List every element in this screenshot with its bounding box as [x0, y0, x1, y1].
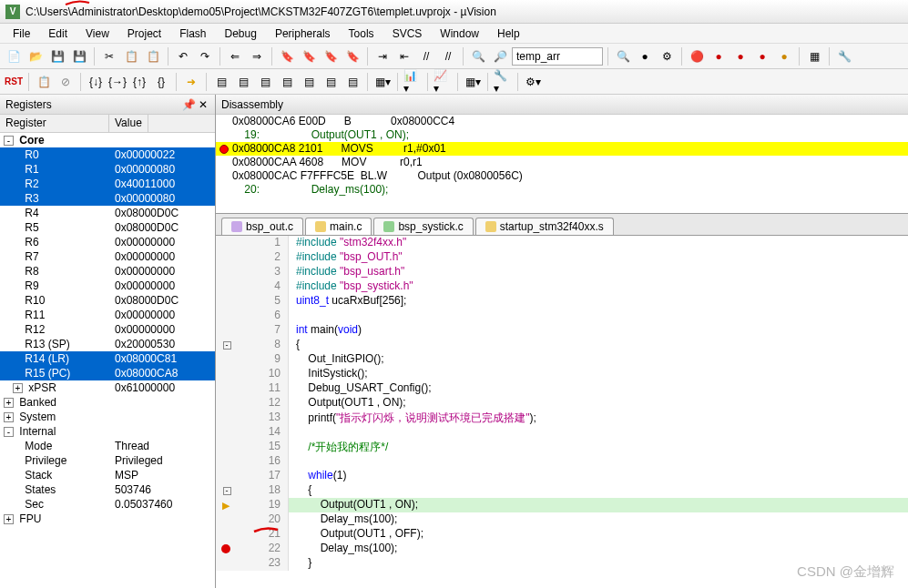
stop-icon[interactable]: ●: [730, 46, 750, 66]
breakpoint-icon[interactable]: [221, 544, 230, 553]
redo-icon[interactable]: ↷: [195, 46, 215, 66]
debug-icon[interactable]: 🔍: [613, 46, 633, 66]
editor-line[interactable]: 7int main(void): [216, 323, 908, 338]
disasm-line[interactable]: 0x08000CAA 4608 MOV r0,r1: [216, 156, 908, 169]
panel-pin-icon[interactable]: 📌: [182, 98, 195, 111]
register-row[interactable]: ModeThread: [0, 439, 215, 453]
register-row[interactable]: R70x00000000: [0, 249, 215, 264]
copy-icon[interactable]: 📋: [121, 46, 141, 66]
save-icon[interactable]: 💾: [47, 46, 67, 66]
gutter[interactable]: ▶: [216, 498, 236, 512]
editor-line[interactable]: 21 Output(OUT1 , OFF);: [216, 527, 908, 542]
gutter[interactable]: [216, 236, 236, 250]
register-row[interactable]: + FPU: [0, 512, 215, 526]
menu-flash[interactable]: Flash: [170, 25, 215, 42]
run-to-cursor-icon[interactable]: 📋: [34, 72, 54, 92]
cut-icon[interactable]: ✂: [99, 46, 119, 66]
gutter[interactable]: [216, 396, 236, 411]
register-row[interactable]: R00x00000022: [0, 147, 215, 162]
menu-tools[interactable]: Tools: [340, 25, 383, 42]
editor-line[interactable]: 16: [216, 454, 908, 469]
editor-line[interactable]: 3#include "bsp_usart.h": [216, 265, 908, 279]
disassembly-body[interactable]: 0x08000CA6 E00D B 0x08000CC4 19: Output(…: [216, 115, 908, 213]
analysis-window-icon[interactable]: 📊▾: [403, 72, 423, 92]
code-text[interactable]: uint8_t ucaRxBuf[256];: [289, 294, 406, 309]
menu-project[interactable]: Project: [118, 25, 170, 42]
tab-main-c[interactable]: main.c: [305, 218, 372, 235]
register-row[interactable]: R60x00000000: [0, 235, 215, 249]
menu-help[interactable]: Help: [488, 25, 529, 42]
registers-window-icon[interactable]: ▤: [277, 72, 297, 92]
register-row[interactable]: R30x00000080: [0, 191, 215, 206]
register-row[interactable]: R40x08000D0C: [0, 206, 215, 220]
comment-icon[interactable]: //: [416, 46, 436, 66]
watch-window-icon[interactable]: ▤: [321, 72, 341, 92]
code-text[interactable]: Output(OUT1 , OFF);: [289, 527, 423, 542]
tab-bsp_out-c[interactable]: bsp_out.c: [221, 218, 303, 235]
register-row[interactable]: R90x00000000: [0, 279, 215, 293]
code-text[interactable]: printf("指示灯闪烁，说明测试环境已完成搭建");: [289, 411, 536, 425]
reset-icon[interactable]: ●: [752, 46, 772, 66]
code-text[interactable]: #include "stm32f4xx.h": [289, 236, 406, 250]
gutter[interactable]: [216, 309, 236, 323]
bookmark-icon[interactable]: 🔖: [277, 46, 297, 66]
find-icon[interactable]: 🔍: [468, 46, 488, 66]
register-row[interactable]: R20x40011000: [0, 177, 215, 191]
code-text[interactable]: #include "bsp_systick.h": [289, 279, 413, 294]
disasm-line[interactable]: 0x08000CAC F7FFFC5E BL.W Output (0x08000…: [216, 169, 908, 183]
trace-window-icon[interactable]: 📈▾: [433, 72, 453, 92]
show-next-icon[interactable]: ➜: [181, 72, 201, 92]
editor-line[interactable]: 5uint8_t ucaRxBuf[256];: [216, 294, 908, 309]
step-icon[interactable]: ●: [774, 46, 794, 66]
register-row[interactable]: + System: [0, 410, 215, 424]
new-file-icon[interactable]: 📄: [4, 46, 24, 66]
menu-file[interactable]: File: [4, 25, 39, 42]
gutter[interactable]: [216, 527, 236, 542]
breakpoint-icon[interactable]: ●: [635, 46, 655, 66]
register-row[interactable]: R80x00000000: [0, 264, 215, 279]
debug-start-icon[interactable]: 🔴: [687, 46, 707, 66]
gutter[interactable]: -: [216, 338, 236, 352]
gutter[interactable]: [216, 323, 236, 338]
editor-line[interactable]: 13 printf("指示灯闪烁，说明测试环境已完成搭建");: [216, 411, 908, 425]
editor-line[interactable]: 17 while(1): [216, 469, 908, 483]
serial-window-icon[interactable]: ▦▾: [372, 72, 393, 92]
gutter[interactable]: [216, 279, 236, 294]
stop-debug-icon[interactable]: ⊘: [56, 72, 76, 92]
step-into-icon[interactable]: {↓}: [86, 72, 106, 92]
memory-window-icon[interactable]: ▤: [342, 72, 362, 92]
gutter[interactable]: [216, 542, 236, 556]
config-icon[interactable]: ⚙: [657, 46, 677, 66]
gutter[interactable]: [216, 367, 236, 381]
disasm-line[interactable]: 19: Output(OUT1 , ON);: [216, 128, 908, 142]
disasm-line[interactable]: 20: Delay_ms(100);: [216, 183, 908, 197]
code-text[interactable]: while(1): [289, 469, 346, 483]
register-row[interactable]: + xPSR0x61000000: [0, 380, 215, 395]
code-text[interactable]: [289, 454, 296, 469]
editor-line[interactable]: 9 Out_InitGPIO();: [216, 352, 908, 367]
register-row[interactable]: R13 (SP)0x20000530: [0, 337, 215, 351]
editor-line[interactable]: 10 InitSystick();: [216, 367, 908, 381]
register-row[interactable]: - Internal: [0, 424, 215, 439]
disasm-line[interactable]: 0x08000CA8 2101 MOVS r1,#0x01: [216, 142, 908, 156]
register-row[interactable]: R15 (PC)0x08000CA8: [0, 366, 215, 380]
register-row[interactable]: States503746: [0, 482, 215, 497]
editor-line[interactable]: 6: [216, 309, 908, 323]
code-text[interactable]: #include "bsp_OUT.h": [289, 250, 403, 265]
system-viewer-icon[interactable]: ▦▾: [463, 72, 483, 92]
menu-window[interactable]: Window: [431, 25, 488, 42]
register-row[interactable]: Sec0.05037460: [0, 497, 215, 512]
step-out-icon[interactable]: {↑}: [129, 72, 149, 92]
save-all-icon[interactable]: 💾: [69, 46, 89, 66]
menu-debug[interactable]: Debug: [216, 25, 266, 42]
options-icon[interactable]: 🔧: [834, 46, 854, 66]
gutter[interactable]: [216, 454, 236, 469]
disasm-window-icon[interactable]: ▤: [233, 72, 253, 92]
code-text[interactable]: {: [289, 338, 300, 352]
bookmark-prev-icon[interactable]: 🔖: [299, 46, 319, 66]
code-text[interactable]: {: [289, 483, 311, 498]
editor-line[interactable]: 20 Delay_ms(100);: [216, 512, 908, 527]
tab-bsp_systick-c[interactable]: bsp_systick.c: [373, 218, 473, 235]
register-row[interactable]: R120x00000000: [0, 322, 215, 337]
step-over-icon[interactable]: {→}: [107, 72, 128, 92]
